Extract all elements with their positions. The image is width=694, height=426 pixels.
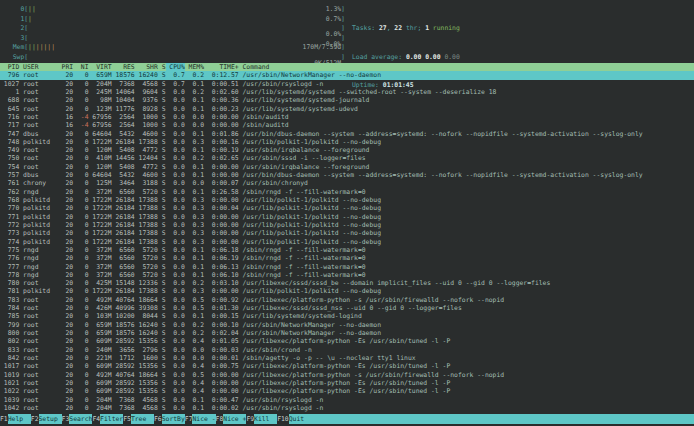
process-table-header[interactable]: PID USER PRI NI VIRT RES SHR S CPU% MEM%… — [0, 63, 694, 71]
process-row[interactable]: 777 rngd 20 0 372M 6560 5720 S 0.0 0.1 0… — [0, 263, 694, 271]
process-row[interactable]: 781 polkitd 20 0 1722M 26184 17388 S 0.0… — [0, 287, 694, 295]
cell-ni: -4 — [73, 113, 88, 121]
cell-mem: 0.4 — [185, 362, 204, 370]
process-row[interactable]: 799 root 20 0 659M 18576 16240 S 0.0 0.2… — [0, 321, 694, 329]
cell-ni: 0 — [73, 287, 88, 295]
cell-mem: 0.1 — [185, 404, 204, 412]
cell-time: 0:06.13 — [204, 263, 239, 271]
cell-shr: 4600 — [135, 130, 158, 138]
cell-mem: 0.1 — [185, 254, 204, 262]
process-row[interactable]: 783 root 20 0 492M 40764 18664 S 0.0 0.5… — [0, 296, 694, 304]
cell-command: /usr/sbin/NetworkManager --no-daemon — [239, 329, 381, 337]
process-row[interactable]: 771 polkitd 20 0 1722M 26184 17388 S 0.0… — [0, 213, 694, 221]
process-row[interactable]: 748 polkitd 20 0 1722M 26184 17388 S 0.0… — [0, 138, 694, 146]
process-row[interactable]: 716 root 16 -4 67956 2564 1000 S 0.0 0.0… — [0, 113, 694, 121]
process-row[interactable]: 762 rngd 20 0 372M 6560 5720 S 0.0 0.1 0… — [0, 188, 694, 196]
fn-button-tree[interactable]: Tree — [131, 414, 154, 424]
process-row[interactable]: 749 root 20 0 120M 5408 4772 S 0.0 0.1 0… — [0, 146, 694, 154]
process-row[interactable]: 780 root 20 0 425M 15148 12336 S 0.0 0.2… — [0, 279, 694, 287]
cell-command: /usr/lib/polkit-1/polkitd --no-debug — [239, 138, 381, 146]
cell-cpu: 0.0 — [166, 154, 185, 162]
process-row[interactable]: 778 rngd 20 0 372M 6560 5720 S 0.0 0.1 0… — [0, 271, 694, 279]
cell-ni: 0 — [73, 179, 88, 187]
fn-button-sortby[interactable]: SortBy — [162, 414, 185, 424]
process-row[interactable]: 1042 root 20 0 204M 7368 4568 S 0.0 0.1 … — [0, 404, 694, 412]
process-row[interactable]: 1019 root 20 0 492M 40764 18664 S 0.0 0.… — [0, 371, 694, 379]
process-row[interactable]: 772 polkitd 20 0 1722M 26184 17388 S 0.0… — [0, 221, 694, 229]
cell-state: S — [158, 254, 166, 262]
fn-button-kill[interactable]: Kill — [254, 414, 277, 424]
process-row[interactable]: 688 root 20 0 98M 10404 9376 S 0.0 0.1 0… — [0, 96, 694, 104]
cell-user: root — [19, 71, 61, 79]
cell-time: 0:00.00 — [204, 221, 239, 229]
cell-command: /sbin/agetty -o -p -- \u --noclear tty1 … — [239, 354, 416, 362]
fn-button-help[interactable]: Help — [8, 414, 31, 424]
cell-mem: 0.3 — [185, 287, 204, 295]
process-row[interactable]: 776 rngd 20 0 372M 6560 5720 S 0.0 0.1 0… — [0, 254, 694, 262]
fn-button-nice[interactable]: Nice + — [223, 414, 246, 424]
process-row[interactable]: 774 polkitd 20 0 1722M 26184 17388 S 0.0… — [0, 238, 694, 246]
process-row-selected[interactable]: 796 root 20 0 659M 18576 16240 S 0.7 0.2… — [0, 71, 694, 79]
process-row[interactable]: 1039 root 20 0 204M 7368 4568 S 0.0 0.1 … — [0, 396, 694, 404]
meter-mem: Mem[|||||||170M/7.59G] — [5, 43, 345, 53]
cell-mem: 0.4 — [185, 337, 204, 345]
cell-time: 0:01.86 — [204, 130, 239, 138]
process-row[interactable]: 768 polkitd 20 0 1722M 26184 17388 S 0.0… — [0, 196, 694, 204]
process-row[interactable]: 757 dbus 20 0 64604 5432 4600 S 0.0 0.1 … — [0, 171, 694, 179]
process-row[interactable]: 747 dbus 20 0 64604 5432 4600 S 0.0 0.1 … — [0, 130, 694, 138]
process-row[interactable]: 773 polkitd 20 0 1722M 26184 17388 S 0.0… — [0, 229, 694, 237]
process-row[interactable]: 717 root 16 -4 67956 2564 1000 S 0.0 0.0… — [0, 121, 694, 129]
process-row[interactable]: 1027 root 20 0 204M 7368 4568 S 0.7 0.1 … — [0, 80, 694, 88]
cell-ni: 0 — [73, 329, 88, 337]
fn-button-quit[interactable]: Quit — [289, 414, 312, 424]
cell-pri: 20 — [62, 387, 74, 395]
cell-ni: 0 — [73, 312, 88, 320]
process-row[interactable]: 784 root 20 0 426M 40996 39308 S 0.0 0.5… — [0, 304, 694, 312]
cell-pid: 749 — [0, 146, 19, 154]
process-row[interactable]: 802 root 20 0 609M 28592 15356 S 0.0 0.4… — [0, 337, 694, 345]
meter-value: 0.0% — [326, 30, 341, 40]
cell-pri: 20 — [62, 312, 74, 320]
process-row[interactable]: 785 root 20 0 103M 10200 8044 S 0.0 0.1 … — [0, 312, 694, 320]
fn-button-search[interactable]: Search — [69, 414, 92, 424]
column-header-time: TIME+ — [204, 63, 239, 71]
cell-user: root — [19, 105, 61, 113]
cell-res: 14064 — [112, 88, 135, 96]
process-row[interactable]: 800 root 20 0 659M 18576 16240 S 0.0 0.2… — [0, 329, 694, 337]
process-row[interactable]: 842 root 20 0 221M 1712 1600 S 0.0 0.0 0… — [0, 354, 694, 362]
fn-button-filter[interactable]: Filter — [100, 414, 123, 424]
process-row[interactable]: 1017 root 20 0 609M 28592 15356 S 0.0 0.… — [0, 362, 694, 370]
cell-command: /usr/lib/polkit-1/polkitd --no-debug — [239, 287, 381, 295]
cell-ni: 0 — [73, 304, 88, 312]
cell-time: 0:02.60 — [204, 88, 239, 96]
cell-pri: 20 — [62, 354, 74, 362]
cell-state: S — [158, 354, 166, 362]
process-row[interactable]: 1021 root 20 0 609M 28592 15356 S 0.0 0.… — [0, 379, 694, 387]
cell-virt: 426M — [89, 304, 112, 312]
process-row[interactable]: 754 root 20 0 120M 5408 4772 S 0.0 0.1 0… — [0, 163, 694, 171]
process-row[interactable]: 645 root 20 0 123M 11776 8928 S 0.0 0.1 … — [0, 105, 694, 113]
cell-command: /usr/lib/polkit-1/polkitd --no-debug — [239, 238, 381, 246]
process-row[interactable]: 1 root 20 0 245M 14064 9604 S 0.0 0.2 0:… — [0, 88, 694, 96]
cell-res: 2564 — [112, 121, 135, 129]
fn-button-nice[interactable]: Nice - — [192, 414, 215, 424]
process-row[interactable]: 775 rngd 20 0 372M 6560 5720 S 0.0 0.1 0… — [0, 246, 694, 254]
process-row[interactable]: 750 root 20 0 410M 14456 12404 S 0.0 0.2… — [0, 154, 694, 162]
cell-mem: 0.5 — [185, 304, 204, 312]
process-row[interactable]: 761 chrony 20 0 125M 3464 3188 S 0.0 0.0… — [0, 179, 694, 187]
fn-button-setup[interactable]: Setup — [39, 414, 62, 424]
cell-mem: 0.1 — [185, 130, 204, 138]
cell-time: 0:00.51 — [204, 80, 239, 88]
cell-pid: 747 — [0, 130, 19, 138]
cell-time: 0:01.05 — [204, 337, 239, 345]
cell-pri: 20 — [62, 105, 74, 113]
cell-res: 5432 — [112, 171, 135, 179]
process-row[interactable]: 1022 root 20 0 609M 28592 15356 S 0.0 0.… — [0, 387, 694, 395]
meter-ticks: | — [28, 15, 32, 23]
process-row[interactable]: 770 polkitd 20 0 1722M 26184 17388 S 0.0… — [0, 204, 694, 212]
cell-command: /sbin/rngd -f --fill-watermark=0 — [239, 271, 366, 279]
cell-pid: 1019 — [0, 371, 19, 379]
process-row[interactable]: 833 root 20 0 240M 3656 2796 S 0.0 0.0 0… — [0, 346, 694, 354]
column-header-ni: NI — [73, 63, 88, 71]
cell-pri: 20 — [62, 263, 74, 271]
